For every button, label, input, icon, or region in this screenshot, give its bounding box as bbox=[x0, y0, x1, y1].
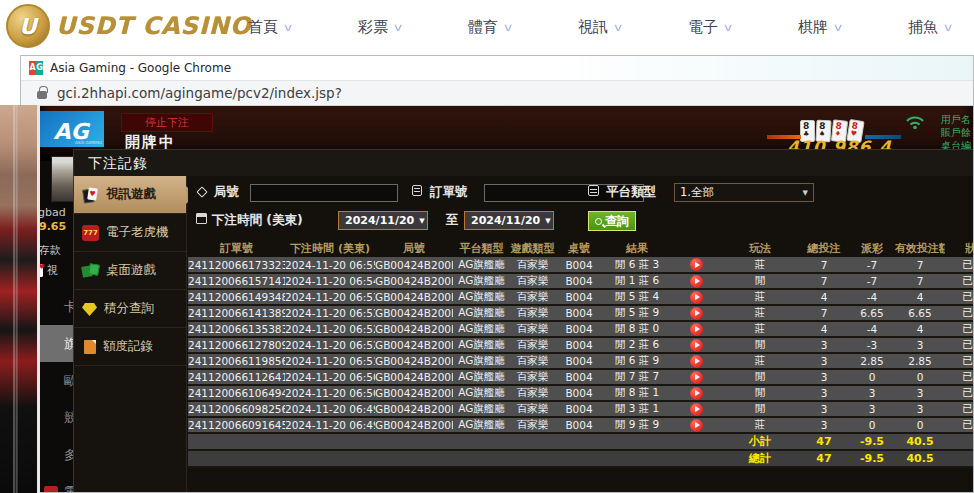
play-video-button[interactable] bbox=[690, 419, 703, 432]
status-badge: 已派彩 bbox=[945, 305, 973, 321]
nav-item-1[interactable]: 彩票∨ bbox=[358, 18, 402, 37]
table-cell: GB00424B200HK bbox=[375, 289, 453, 305]
round-input[interactable] bbox=[250, 184, 398, 202]
chrome-popup-window: AG Asia Gaming - Google Chrome gci.2hhap… bbox=[20, 55, 974, 493]
platform-select-value: 1.全部 bbox=[680, 185, 714, 200]
table-row: 2411200661733232024-11-20 06:55:56GB0042… bbox=[188, 257, 973, 273]
search-button[interactable]: 查詢 bbox=[588, 211, 636, 231]
table-cell-payout: 3 bbox=[849, 401, 895, 417]
platform-select[interactable]: 1.全部 ▼ bbox=[674, 183, 814, 202]
empty-cell bbox=[945, 433, 973, 450]
table-cell: GB00424B200HD bbox=[375, 401, 453, 417]
play-video-button[interactable] bbox=[690, 371, 703, 384]
modal-tab-3[interactable]: 積分查詢 bbox=[74, 290, 186, 328]
table-cell: B004 bbox=[555, 289, 603, 305]
modal-tab-2[interactable]: 桌面遊戲 bbox=[74, 252, 186, 290]
modal-main: 局號 訂單號 平台類型 1.全部 ▼ 下注時間 (美東) bbox=[188, 176, 973, 492]
window-titlebar[interactable]: AG Asia Gaming - Google Chrome bbox=[21, 56, 973, 80]
summary-valid-bet: 40.5 bbox=[895, 433, 945, 450]
nav-item-4[interactable]: 電子∨ bbox=[688, 18, 732, 37]
modal-tab-4[interactable]: 額度記錄 bbox=[74, 328, 186, 366]
nav-item-3[interactable]: 視訊∨ bbox=[578, 18, 622, 37]
table-cell: 2.85 bbox=[895, 353, 945, 369]
table-cell: 百家樂 bbox=[510, 257, 555, 273]
table-header-cell: 有效投注額 bbox=[895, 239, 945, 257]
date-from-value: 2024/11/20 bbox=[345, 214, 414, 227]
table-cell: 莊 bbox=[721, 321, 799, 337]
table-cell: 閒 5 莊 4 bbox=[603, 289, 671, 305]
lobby-menu-icon bbox=[44, 486, 58, 492]
site-header: U USDT CASINO 首頁∨彩票∨體育∨視訊∨電子∨棋牌∨捕魚∨ bbox=[0, 0, 974, 55]
table-cell: 莊 bbox=[721, 353, 799, 369]
table-cell: B004 bbox=[555, 337, 603, 353]
table-header-cell: 局號 bbox=[375, 239, 453, 257]
table-cell: 莊 bbox=[721, 289, 799, 305]
play-video-button[interactable] bbox=[690, 339, 703, 352]
modal-tab-0[interactable]: 視訊遊戲 bbox=[74, 176, 186, 214]
table-cell: 241120066119856 bbox=[188, 353, 285, 369]
subtotal-row: 小計47-9.540.5 bbox=[188, 433, 973, 450]
modal-title: 下注記錄 bbox=[74, 150, 973, 176]
table-cell: 百家樂 bbox=[510, 417, 555, 433]
play-video-button[interactable] bbox=[690, 307, 703, 320]
modal-tab-1[interactable]: 電子老虎機 bbox=[74, 214, 186, 252]
dropdown-arrow-icon: ▼ bbox=[419, 217, 424, 225]
table-cell: 241120066173323 bbox=[188, 257, 285, 273]
table-cell: 百家樂 bbox=[510, 353, 555, 369]
table-cell: 241120066157141 bbox=[188, 273, 285, 289]
play-video-button[interactable] bbox=[690, 355, 703, 368]
nav-item-label: 捕魚 bbox=[908, 18, 938, 37]
table-cell: GB00424B200HE bbox=[375, 385, 453, 401]
table-cell-play bbox=[671, 289, 721, 305]
table-header-row: 訂單號下注時間 (美東)局號平台類型遊戲類型桌號結果玩法總投注派彩有效投注額狀態 bbox=[188, 239, 973, 257]
table-cell-play bbox=[671, 321, 721, 337]
nav-item-2[interactable]: 體育∨ bbox=[468, 18, 512, 37]
play-video-button[interactable] bbox=[690, 387, 703, 400]
play-video-button[interactable] bbox=[690, 258, 703, 271]
table-row: 2411200660916452024-11-20 06:49:09GB0042… bbox=[188, 417, 973, 433]
table-cell: 3 bbox=[799, 401, 849, 417]
balance-value: 9.65 bbox=[39, 220, 66, 233]
status-badge: 已派彩 bbox=[945, 401, 973, 417]
table-cell: 閒 bbox=[721, 337, 799, 353]
deposit-label: 存款 bbox=[39, 243, 61, 258]
play-video-button[interactable] bbox=[690, 275, 703, 288]
date-from-select[interactable]: 2024/11/20 ▼ bbox=[338, 211, 428, 230]
table-cell: 閒 bbox=[721, 369, 799, 385]
filter-panel: 局號 訂單號 平台類型 1.全部 ▼ 下注時間 (美東) bbox=[188, 176, 973, 239]
table-cell: 2024-11-20 06:50:24 bbox=[285, 385, 375, 401]
table-cell: GB00424B200HL bbox=[375, 273, 453, 289]
play-video-button[interactable] bbox=[690, 291, 703, 304]
table-cell-payout: 2.85 bbox=[849, 353, 895, 369]
table-row: 2411200661493482024-11-20 06:53:57GB0042… bbox=[188, 289, 973, 305]
brand-logo[interactable]: U USDT CASINO bbox=[6, 4, 251, 48]
nav-item-0[interactable]: 首頁∨ bbox=[248, 18, 292, 37]
url-bar[interactable]: gci.2hhapi.com/agingame/pcv2/index.jsp? bbox=[21, 80, 973, 106]
nav-item-label: 電子 bbox=[688, 18, 718, 37]
round-tag-icon bbox=[196, 186, 207, 197]
table-cell: B004 bbox=[555, 257, 603, 273]
total-row: 總計47-9.540.5 bbox=[188, 450, 973, 467]
nav-item-5[interactable]: 棋牌∨ bbox=[798, 18, 842, 37]
table-cell: 2024-11-20 06:53:17 bbox=[285, 305, 375, 321]
table-row: 2411200661571412024-11-20 06:54:33GB0042… bbox=[188, 273, 973, 289]
play-video-button[interactable] bbox=[690, 403, 703, 416]
chevron-down-icon: ∨ bbox=[722, 21, 733, 34]
username: gbad bbox=[38, 206, 66, 219]
modal-tab-label: 電子老虎機 bbox=[106, 224, 169, 241]
table-cell: B004 bbox=[555, 321, 603, 337]
table-cell: 241120066091645 bbox=[188, 417, 285, 433]
table-header-cell: 玩法 bbox=[721, 239, 799, 257]
chevron-down-icon: ∨ bbox=[832, 21, 843, 34]
table-row: 2411200661278092024-11-20 06:52:09GB0042… bbox=[188, 337, 973, 353]
date-to-select[interactable]: 2024/11/20 ▼ bbox=[464, 211, 554, 230]
table-info-label-0: 用戶名 bbox=[941, 113, 971, 126]
nav-item-6[interactable]: 捕魚∨ bbox=[908, 18, 952, 37]
search-button-label: 查詢 bbox=[605, 213, 629, 230]
chevron-down-icon: ∨ bbox=[942, 21, 953, 34]
table-cell: 百家樂 bbox=[510, 305, 555, 321]
screen: U USDT CASINO 首頁∨彩票∨體育∨視訊∨電子∨棋牌∨捕魚∨ AG A… bbox=[0, 0, 974, 493]
nav-item-label: 首頁 bbox=[248, 18, 278, 37]
play-video-button[interactable] bbox=[690, 323, 703, 336]
table-cell: 閒 bbox=[721, 401, 799, 417]
